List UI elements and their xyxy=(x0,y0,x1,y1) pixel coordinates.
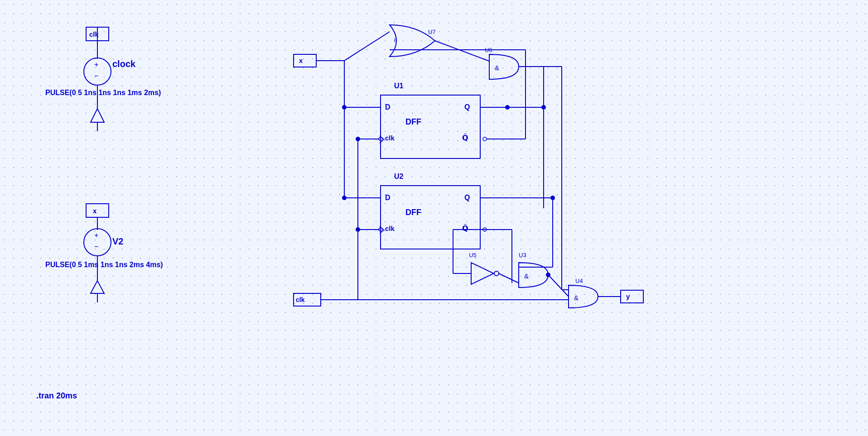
svg-point-42 xyxy=(356,227,360,232)
clock-label: clock xyxy=(112,59,136,69)
svg-point-59 xyxy=(550,196,555,200)
svg-point-41 xyxy=(356,137,360,141)
u7-label: U7 xyxy=(428,29,436,35)
u5-label: U5 xyxy=(469,252,477,259)
svg-point-32 xyxy=(494,271,499,276)
u4-label: U4 xyxy=(575,278,583,284)
svg-point-46 xyxy=(541,105,546,110)
svg-point-15 xyxy=(483,137,487,141)
svg-marker-10 xyxy=(91,281,104,293)
u1-d-label: D xyxy=(385,103,391,111)
u2-clk-label: clk xyxy=(385,225,395,232)
u3-label: U3 xyxy=(519,252,526,259)
svg-line-66 xyxy=(548,275,569,297)
u2-qbar-label: Q̄ xyxy=(462,224,468,232)
v2-plus: + xyxy=(94,231,98,239)
svg-rect-6 xyxy=(86,204,109,217)
svg-marker-31 xyxy=(471,263,494,284)
v1-pulse-label: PULSE(0 5 1ns 1ns 1ns 1ms 2ms) xyxy=(45,89,161,96)
u1-label: U1 xyxy=(394,82,404,90)
svg-line-52 xyxy=(435,41,489,61)
u3-and-symbol: & xyxy=(524,272,529,280)
svg-line-48 xyxy=(344,32,390,61)
v1-plus: + xyxy=(94,61,98,68)
v2-minus: − xyxy=(94,243,98,250)
x-port-label: x xyxy=(299,57,303,64)
clk-input-label: clk xyxy=(296,296,305,303)
u2-dff-label: DFF xyxy=(405,208,421,217)
svg-point-36 xyxy=(342,105,347,110)
u4-and-symbol: & xyxy=(574,294,579,302)
v2-pulse-label: PULSE(0 5 1ms 1ns 1ns 2ms 4ms) xyxy=(45,261,163,268)
u6-and-symbol: & xyxy=(495,64,499,72)
x-box-label: x xyxy=(93,207,97,215)
svg-marker-4 xyxy=(91,109,104,122)
tran-label: .tran 20ms xyxy=(36,391,77,400)
u1-qbar-label: Q̄ xyxy=(462,134,468,142)
u7-i-label: I xyxy=(394,37,395,43)
u1-q-label: Q xyxy=(464,103,470,111)
svg-rect-30 xyxy=(621,290,643,303)
u2-label: U2 xyxy=(394,172,404,180)
svg-line-65 xyxy=(499,273,519,283)
u2-q-label: Q xyxy=(464,194,470,201)
v1-minus: − xyxy=(94,72,98,80)
v2-label: V2 xyxy=(112,236,123,246)
y-port-label: y xyxy=(626,292,630,300)
u2-d-label: D xyxy=(385,194,391,201)
svg-rect-12 xyxy=(294,54,316,67)
u1-dff-label: DFF xyxy=(405,117,421,126)
svg-point-67 xyxy=(546,273,550,277)
u1-clk-label: clk xyxy=(385,134,395,142)
svg-point-38 xyxy=(342,196,347,200)
